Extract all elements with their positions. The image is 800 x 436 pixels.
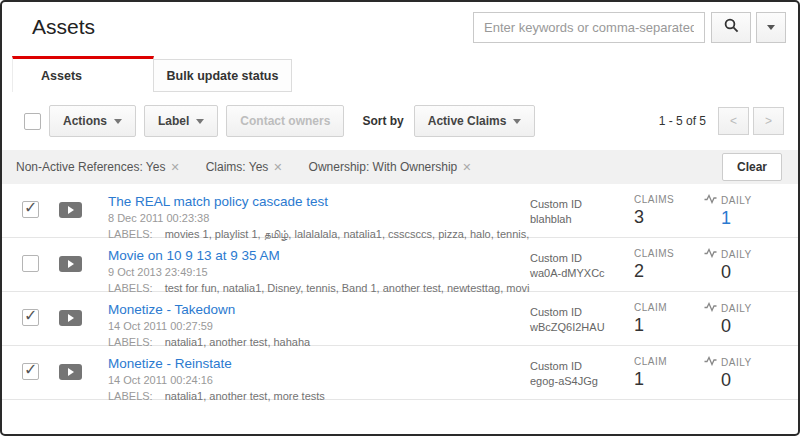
- filter-chip: Ownership: With Ownership ✕: [309, 160, 472, 174]
- custom-id-label: Custom ID: [530, 305, 634, 320]
- asset-date: 14 Oct 2011 00:24:16: [108, 374, 530, 386]
- custom-id-cell: Custom ID wBcZQ6I2HAU: [530, 300, 634, 335]
- table-row: Monetize - Takedown 14 Oct 2011 00:27:59…: [2, 292, 798, 346]
- claims-header: CLAIM: [634, 302, 704, 313]
- claims-cell: CLAIM 1: [634, 300, 704, 336]
- asset-title-link[interactable]: Monetize - Reinstate: [108, 356, 232, 371]
- pulse-icon: [704, 248, 717, 260]
- actions-button[interactable]: Actions: [49, 105, 136, 137]
- filter-chip: Claims: Yes ✕: [206, 160, 283, 174]
- labels-values: natalia1, another test, hahaha: [165, 336, 311, 348]
- play-icon[interactable]: [59, 202, 82, 218]
- custom-id-value: wBcZQ6I2HAU: [530, 320, 634, 335]
- asset-title-link[interactable]: Movie on 10 9 13 at 9 35 AM: [108, 248, 280, 263]
- custom-id-value: wa0A-dMYXCc: [530, 266, 634, 281]
- custom-id-label: Custom ID: [530, 197, 634, 212]
- close-icon[interactable]: ✕: [170, 161, 179, 174]
- labels-label: LABELS:: [108, 228, 153, 240]
- claims-cell: CLAIMS 3: [634, 192, 704, 228]
- claims-value: 1: [634, 315, 704, 336]
- custom-id-cell: Custom ID egog-aS4JGg: [530, 354, 634, 389]
- pulse-icon: [704, 194, 717, 206]
- tab-bar: Assets Bulk update status: [2, 56, 798, 92]
- daily-value: 0: [721, 316, 780, 337]
- row-checkbox[interactable]: [22, 309, 39, 326]
- labels-label: LABELS:: [108, 282, 153, 294]
- filter-chip: Non-Active References: Yes ✕: [16, 160, 180, 174]
- filter-bar: Non-Active References: Yes ✕ Claims: Yes…: [2, 150, 798, 184]
- claims-header: CLAIM: [634, 356, 704, 367]
- custom-id-value: egog-aS4JGg: [530, 374, 634, 389]
- daily-value: 0: [721, 262, 780, 283]
- clear-filters-button[interactable]: Clear: [722, 153, 782, 181]
- labels-values: natalia1, another test, more tests: [165, 390, 325, 402]
- chevron-down-icon: [513, 119, 521, 124]
- claims-value: 1: [634, 369, 704, 390]
- custom-id-label: Custom ID: [530, 251, 634, 266]
- next-page-button[interactable]: >: [753, 107, 784, 135]
- search-icon: [724, 18, 739, 37]
- assets-page: Assets Assets Bulk update status Actions: [0, 0, 800, 436]
- asset-date: 14 Oct 2011 00:27:59: [108, 320, 530, 332]
- close-icon[interactable]: ✕: [462, 161, 471, 174]
- tab-assets[interactable]: Assets: [12, 56, 154, 92]
- sort-dropdown[interactable]: Active Claims: [414, 105, 536, 137]
- play-icon[interactable]: [59, 256, 82, 272]
- daily-value[interactable]: 1: [721, 208, 780, 229]
- search-input[interactable]: [473, 12, 705, 43]
- custom-id-value: blahblah: [530, 212, 634, 227]
- sort-by-label: Sort by: [362, 114, 403, 128]
- claims-value: 2: [634, 261, 704, 282]
- row-checkbox[interactable]: [22, 255, 39, 272]
- play-icon[interactable]: [59, 310, 82, 326]
- select-all-checkbox[interactable]: [24, 113, 41, 130]
- table-row: Movie on 10 9 13 at 9 35 AM 9 Oct 2013 2…: [2, 238, 798, 292]
- row-checkbox[interactable]: [22, 363, 39, 380]
- table-row: The REAL match policy cascade test 8 Dec…: [2, 184, 798, 238]
- empty-area: [2, 400, 798, 433]
- asset-title-link[interactable]: The REAL match policy cascade test: [108, 194, 328, 209]
- chevron-down-icon: [767, 25, 775, 30]
- tab-bulk-update-status[interactable]: Bulk update status: [154, 59, 292, 92]
- claims-cell: CLAIM 1: [634, 354, 704, 390]
- header: Assets: [2, 2, 798, 56]
- asset-date: 8 Dec 2011 00:23:38: [108, 212, 530, 224]
- daily-header: DAILY: [721, 303, 752, 314]
- claims-header: CLAIMS: [634, 194, 704, 205]
- custom-id-cell: Custom ID blahblah: [530, 192, 634, 227]
- claims-header: CLAIMS: [634, 248, 704, 259]
- toolbar: Actions Label Contact owners Sort by Act…: [2, 92, 798, 150]
- asset-date: 9 Oct 2013 23:49:15: [108, 266, 530, 278]
- contact-owners-button: Contact owners: [226, 105, 344, 137]
- asset-title-link[interactable]: Monetize - Takedown: [108, 302, 235, 317]
- daily-cell: DAILY 0: [704, 246, 780, 283]
- search-bar: [473, 12, 786, 43]
- labels-label: LABELS:: [108, 336, 153, 348]
- search-button[interactable]: [711, 12, 751, 43]
- daily-header: DAILY: [721, 357, 752, 368]
- search-options-button[interactable]: [756, 12, 786, 43]
- play-icon[interactable]: [59, 364, 82, 380]
- labels-label: LABELS:: [108, 390, 153, 402]
- chevron-down-icon: [114, 119, 122, 124]
- daily-header: DAILY: [721, 249, 752, 260]
- claims-value: 3: [634, 207, 704, 228]
- claims-cell: CLAIMS 2: [634, 246, 704, 282]
- prev-page-button[interactable]: <: [718, 107, 749, 135]
- pagination-range: 1 - 5 of 5: [659, 114, 706, 128]
- daily-cell: DAILY 0: [704, 354, 780, 391]
- page-title: Assets: [32, 12, 95, 39]
- custom-id-cell: Custom ID wa0A-dMYXCc: [530, 246, 634, 281]
- label-button[interactable]: Label: [144, 105, 218, 137]
- close-icon[interactable]: ✕: [273, 161, 282, 174]
- daily-header: DAILY: [721, 195, 752, 206]
- pulse-icon: [704, 356, 717, 368]
- daily-cell: DAILY 1: [704, 192, 780, 229]
- chevron-down-icon: [196, 119, 204, 124]
- table-row: Monetize - Reinstate 14 Oct 2011 00:24:1…: [2, 346, 798, 400]
- row-checkbox[interactable]: [22, 201, 39, 218]
- daily-value: 0: [721, 370, 780, 391]
- custom-id-label: Custom ID: [530, 359, 634, 374]
- labels-values: test for fun, natalia1, Disney, tennis, …: [165, 282, 530, 294]
- daily-cell: DAILY 0: [704, 300, 780, 337]
